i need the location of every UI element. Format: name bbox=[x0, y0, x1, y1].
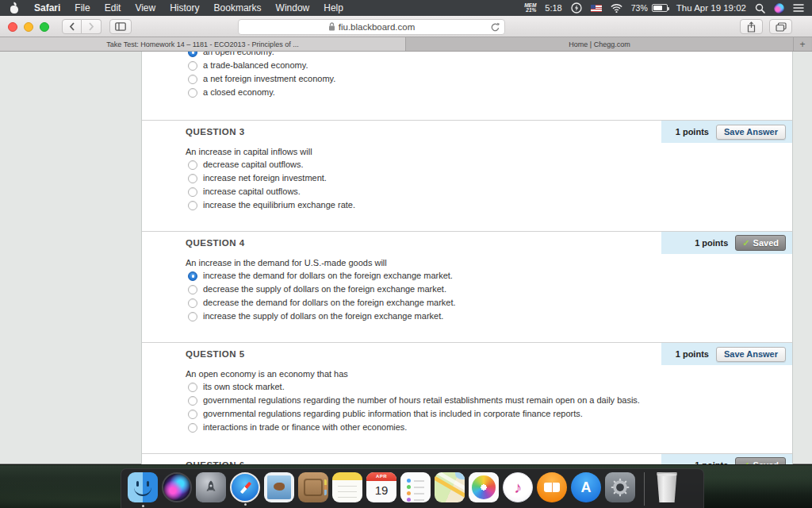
radio-button[interactable] bbox=[188, 312, 197, 321]
saved-button[interactable]: ✓Saved bbox=[735, 235, 786, 251]
option-label: decrease capital outflows. bbox=[203, 160, 304, 170]
option-row: an open economy. bbox=[188, 52, 792, 59]
apple-menu-icon[interactable] bbox=[10, 3, 20, 13]
battery-icon[interactable] bbox=[652, 4, 668, 12]
radio-button-selected[interactable] bbox=[188, 271, 197, 281]
option-row: interactions in trade or finance with ot… bbox=[188, 421, 792, 434]
save-answer-button[interactable]: Save Answer bbox=[716, 347, 786, 362]
traffic-light-zoom[interactable] bbox=[40, 22, 49, 32]
tab-overview-button[interactable] bbox=[769, 19, 792, 34]
siri-icon[interactable] bbox=[774, 3, 784, 13]
radio-button[interactable] bbox=[188, 88, 197, 98]
radio-button[interactable] bbox=[188, 423, 197, 433]
dock-contacts-icon[interactable] bbox=[298, 472, 328, 502]
radio-button-selected[interactable] bbox=[188, 52, 197, 57]
navigation-buttons bbox=[62, 19, 102, 34]
option-label: increase net foreign investment. bbox=[203, 173, 327, 183]
option-label: governmental regulations regarding publi… bbox=[203, 409, 583, 419]
option-label: decrease the supply of dollars on the fo… bbox=[203, 284, 446, 294]
dock: APR 19 ♪ A bbox=[121, 468, 704, 508]
wifi-icon[interactable] bbox=[611, 4, 622, 13]
input-source-flag-icon[interactable] bbox=[591, 5, 602, 12]
share-button[interactable] bbox=[740, 19, 763, 34]
dock-notes-icon[interactable] bbox=[332, 472, 362, 502]
tab-chegg[interactable]: Home | Chegg.com bbox=[406, 37, 794, 51]
dock-system-preferences-icon[interactable] bbox=[605, 472, 635, 502]
radio-button[interactable] bbox=[188, 160, 197, 170]
menu-item-file[interactable]: File bbox=[75, 2, 90, 13]
dock-photos-icon[interactable] bbox=[469, 472, 499, 502]
menu-item-edit[interactable]: Edit bbox=[105, 2, 121, 13]
option-label: interactions in trade or finance with ot… bbox=[203, 422, 407, 433]
save-answer-button[interactable]: Save Answer bbox=[716, 125, 786, 140]
time-tracker-icon[interactable] bbox=[571, 2, 582, 13]
music-note-glyph: ♪ bbox=[514, 479, 522, 497]
radio-button[interactable] bbox=[188, 410, 197, 419]
sidebar-toggle-button[interactable] bbox=[109, 19, 132, 34]
address-bar[interactable]: fiu.blackboard.com bbox=[238, 19, 505, 35]
calendar-month-label: APR bbox=[366, 472, 396, 481]
option-row: decrease the supply of dollars on the fo… bbox=[188, 283, 792, 296]
radio-button[interactable] bbox=[188, 396, 197, 406]
question-header: QUESTION 4 1 points ✓Saved bbox=[142, 232, 792, 254]
forward-button[interactable] bbox=[82, 19, 102, 34]
menu-item-history[interactable]: History bbox=[170, 2, 199, 13]
traffic-light-close[interactable] bbox=[8, 22, 17, 32]
dock-itunes-icon[interactable]: ♪ bbox=[503, 472, 533, 502]
radio-button[interactable] bbox=[188, 285, 197, 294]
option-row: increase the demand for dollars on the f… bbox=[188, 269, 792, 283]
dock-maps-icon[interactable] bbox=[435, 472, 465, 502]
saved-label: Saved bbox=[753, 238, 779, 248]
menu-item-safari[interactable]: Safari bbox=[34, 2, 60, 13]
option-label: its own stock market. bbox=[203, 382, 285, 392]
memory-status[interactable]: MEM21% bbox=[524, 3, 536, 13]
dock-ibooks-icon[interactable] bbox=[537, 472, 567, 502]
saved-button[interactable]: ✓Saved bbox=[735, 457, 786, 464]
check-icon: ✓ bbox=[742, 460, 749, 465]
menu-item-window[interactable]: Window bbox=[276, 2, 310, 13]
option-row: increase the equilibrium exchange rate. bbox=[188, 198, 792, 212]
dock-launchpad-icon[interactable] bbox=[196, 472, 226, 502]
question-title: QUESTION 6 bbox=[186, 460, 245, 464]
traffic-light-minimize[interactable] bbox=[24, 22, 33, 32]
status-area: MEM21% 5:18 73% Thu Apr 19 19:02 bbox=[524, 2, 812, 13]
menu-item-help[interactable]: Help bbox=[324, 2, 343, 13]
dock-safari-icon[interactable] bbox=[230, 472, 260, 502]
option-row: a trade-balanced economy. bbox=[188, 59, 792, 72]
points-label: 1 points bbox=[676, 349, 709, 359]
browser-toolbar: fiu.blackboard.com bbox=[0, 16, 812, 37]
radio-button[interactable] bbox=[188, 174, 197, 183]
option-label: a trade-balanced economy. bbox=[203, 60, 308, 71]
url-text: fiu.blackboard.com bbox=[339, 22, 416, 32]
dock-calendar-icon[interactable]: APR 19 bbox=[366, 472, 396, 502]
menu-item-view[interactable]: View bbox=[135, 2, 155, 13]
option-row: governmental regulations regarding publi… bbox=[188, 407, 792, 421]
dock-divider bbox=[644, 472, 645, 506]
menu-item-bookmarks[interactable]: Bookmarks bbox=[214, 2, 262, 13]
dock-trash-icon[interactable] bbox=[655, 472, 679, 502]
dock-reminders-icon[interactable] bbox=[400, 472, 431, 502]
notification-center-icon[interactable] bbox=[793, 3, 804, 13]
option-label: an open economy. bbox=[203, 52, 274, 57]
radio-button[interactable] bbox=[188, 201, 197, 210]
screen: Safari File Edit View History Bookmarks … bbox=[0, 0, 812, 508]
back-button[interactable] bbox=[62, 19, 82, 34]
appstore-glyph: A bbox=[581, 479, 592, 496]
radio-button[interactable] bbox=[188, 75, 197, 84]
spotlight-icon[interactable] bbox=[755, 3, 765, 13]
timer-label[interactable]: 5:18 bbox=[545, 3, 561, 13]
refresh-button[interactable] bbox=[490, 22, 500, 33]
dock-siri-icon[interactable] bbox=[162, 472, 192, 502]
radio-button[interactable] bbox=[188, 383, 197, 392]
dock-finder-icon[interactable] bbox=[128, 472, 158, 502]
dock-appstore-icon[interactable]: A bbox=[571, 472, 601, 502]
radio-button[interactable] bbox=[188, 298, 197, 308]
radio-button[interactable] bbox=[188, 187, 197, 197]
memory-value: 21% bbox=[526, 8, 536, 13]
question-title: QUESTION 4 bbox=[186, 238, 245, 248]
tab-take-test[interactable]: Take Test: Homework 14 – 1181 - ECO2013 … bbox=[0, 37, 406, 51]
new-tab-button[interactable]: + bbox=[794, 37, 811, 51]
dock-mail-icon[interactable] bbox=[264, 472, 294, 502]
clock-label[interactable]: Thu Apr 19 19:02 bbox=[676, 3, 746, 13]
radio-button[interactable] bbox=[188, 61, 197, 71]
